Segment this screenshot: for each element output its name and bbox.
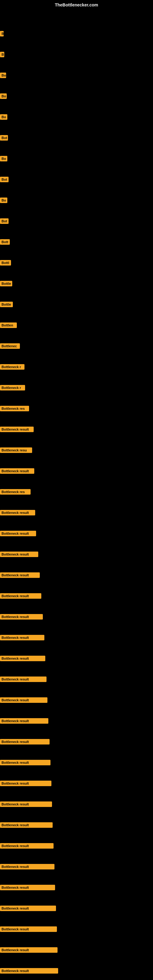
site-title: TheBottlenecker.com <box>55 2 98 7</box>
bar-label: Bottleneck result <box>0 760 51 765</box>
bar-row: Bot <box>0 129 153 147</box>
bar-label: Bottleneck result <box>0 718 48 724</box>
bar-row: Bottleneck result <box>0 858 153 876</box>
bar-label: Bottleneck res <box>0 406 29 411</box>
bar-row: Bottleneck result <box>0 753 153 772</box>
bar-label: Bot <box>0 177 9 182</box>
bar-label: Bottleneck result <box>0 426 33 432</box>
bar-label: B <box>0 31 4 37</box>
bar-row: Bottleneck result <box>0 545 153 563</box>
bar-row: Bottlenec <box>0 337 153 355</box>
bar-row: Bottleneck res <box>0 399 153 418</box>
bar-row: Bottl <box>0 254 153 272</box>
bar-label: Bottleneck result <box>0 531 36 536</box>
bar-row: Bottleneck resu <box>0 441 153 460</box>
bar-label: Bo <box>0 73 6 78</box>
bar-row: Bottleneck result <box>0 774 153 792</box>
bar-row: Bottleneck result <box>0 795 153 813</box>
bar-label: Bottleneck result <box>0 573 40 578</box>
bar-label: B <box>0 52 4 57</box>
bar-label: Bottleneck result <box>0 656 45 661</box>
bar-label: Bot <box>0 135 8 140</box>
bar-label: Bottleneck result <box>0 614 43 620</box>
bar-label: Bo <box>0 94 7 99</box>
bar-row: Bottleneck result <box>0 733 153 751</box>
bar-row: Bottleneck result <box>0 837 153 855</box>
bar-label: Bottleneck result <box>0 822 53 828</box>
bar-label: Bottleneck result <box>0 802 52 807</box>
bar-row: Bottleneck res <box>0 483 153 501</box>
bar-label: Bottleneck result <box>0 781 51 786</box>
bar-label: Bottleneck r <box>0 385 25 390</box>
bar-label: Bottleneck result <box>0 926 57 932</box>
bar-row: Bottlen <box>0 316 153 334</box>
bar-row: Bot <box>0 212 153 230</box>
bar-row: Bottleneck result <box>0 941 153 959</box>
bar-row: Bottleneck result <box>0 420 153 439</box>
bar-row: Bottleneck r <box>0 379 153 397</box>
bar-label: Bottleneck result <box>0 635 45 640</box>
bar-label: Bottleneck result <box>0 905 56 911</box>
bar-row: Bo <box>0 87 153 105</box>
bar-row: Bo <box>0 191 153 210</box>
bar-label: Bottleneck r <box>0 364 24 370</box>
bar-label: Bottleneck result <box>0 697 48 703</box>
bar-label: Bottleneck result <box>0 739 49 745</box>
bar-label: Bottleneck result <box>0 843 54 849</box>
bar-label: Bottleneck resu <box>0 447 32 453</box>
bar-row: Bot <box>0 170 153 189</box>
bar-label: Bottleneck result <box>0 676 46 682</box>
bar-row: B <box>0 24 153 43</box>
bar-row: Bottle <box>0 295 153 313</box>
bar-row: Bottleneck result <box>0 628 153 647</box>
bar-label: Bottle <box>0 281 12 286</box>
bar-row: Bo <box>0 66 153 84</box>
bar-label: Bottleneck result <box>0 885 55 890</box>
bar-row: Bottleneck result <box>0 962 153 980</box>
bar-row: Bo <box>0 108 153 126</box>
bar-label: Bottleneck result <box>0 593 41 599</box>
bar-row: Bottleneck result <box>0 462 153 480</box>
bar-label: Bottleneck result <box>0 864 54 869</box>
bar-row: Bottleneck result <box>0 670 153 689</box>
bar-row: Bottleneck result <box>0 503 153 522</box>
bar-row: Bottleneck result <box>0 587 153 605</box>
bar-label: Bottleneck result <box>0 968 58 974</box>
bar-label: Bottle <box>0 302 13 307</box>
bar-label: Bottleneck result <box>0 552 38 557</box>
bar-row: Bottleneck result <box>0 566 153 584</box>
bar-label: Bottleneck result <box>0 947 57 953</box>
bar-row: Bottleneck result <box>0 816 153 834</box>
bar-label: Bo <box>0 197 7 203</box>
bar-label: Bottleneck res <box>0 489 30 495</box>
bar-row: Bo <box>0 150 153 168</box>
bar-row: Bottleneck result <box>0 712 153 730</box>
bar-label: Bo <box>0 156 7 161</box>
bar-row: Bottleneck result <box>0 608 153 626</box>
bar-row: Bottleneck result <box>0 920 153 939</box>
bar-row: Bottle <box>0 274 153 293</box>
bar-label: Bott <box>0 239 10 245</box>
bar-label: Bottl <box>0 260 11 266</box>
bar-row: Bottleneck result <box>0 899 153 918</box>
bar-label: Bot <box>0 218 9 224</box>
bar-row: B <box>0 45 153 64</box>
bar-row: Bottleneck result <box>0 691 153 709</box>
bar-label: Bottlenec <box>0 343 20 349</box>
bar-label: Bo <box>0 114 7 120</box>
bar-label: Bottleneck result <box>0 468 34 474</box>
bar-row: Bottleneck r <box>0 358 153 376</box>
bar-row: Bottleneck result <box>0 649 153 668</box>
bar-label: Bottleneck result <box>0 510 35 515</box>
bar-label: Bottlen <box>0 323 17 328</box>
bar-row: Bott <box>0 233 153 251</box>
bar-row: Bottleneck result <box>0 524 153 542</box>
bar-row: Bottleneck result <box>0 878 153 897</box>
